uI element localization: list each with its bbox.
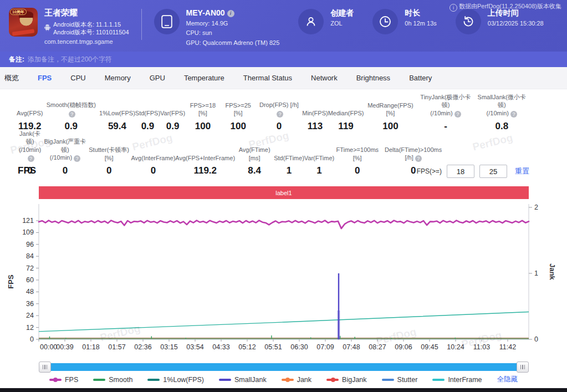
stat-medrange-fps-%-: MedRange(FPS)[%]100: [364, 101, 417, 132]
svg-text:09:06: 09:06: [395, 343, 412, 351]
svg-text:05:12: 05:12: [238, 343, 256, 351]
chart-legend: FPSSmooth1%Low(FPS)SmallJankJankBigJankS…: [0, 375, 567, 384]
device-memory: Memory: 14.9G: [186, 19, 280, 27]
tab-network[interactable]: Network: [302, 74, 347, 82]
note-input-placeholder[interactable]: 添加备注，不超过200个字符: [28, 55, 112, 64]
upload-time-value: 03/12/2025 15:30:28: [488, 19, 544, 27]
svg-text:04:33: 04:33: [212, 343, 229, 351]
stat-value: 0: [106, 165, 111, 176]
creator-value: ZOL: [330, 19, 354, 27]
upload-time-label: 上传时间: [488, 8, 544, 18]
stat-std-ftime-: Std(FTime)1: [274, 146, 304, 176]
reset-button[interactable]: 重置: [515, 166, 529, 176]
legend-label: InterFrame: [448, 376, 482, 384]
help-icon[interactable]: ?: [28, 155, 34, 162]
svg-text:11:03: 11:03: [473, 343, 490, 351]
scrollbar-track[interactable]: [51, 363, 517, 371]
stat-min-fps-: Min(FPS)113: [302, 102, 328, 132]
hide-all-link[interactable]: 全隐藏: [497, 375, 518, 384]
svg-text:1: 1: [534, 269, 538, 277]
fps-chart-canvas[interactable]: 1211099684726048362412021000:0000:3901:1…: [0, 200, 567, 360]
note-bar[interactable]: 备注: 添加备注，不超过200个字符: [0, 52, 567, 67]
stat-bigjank-: BigJank(严重卡顿)(/10min)?0: [43, 138, 87, 176]
upload-time-icon: [456, 9, 481, 34]
legend-item-jank[interactable]: Jank: [282, 376, 311, 384]
help-icon[interactable]: ?: [454, 111, 461, 118]
svg-text:01:57: 01:57: [108, 343, 125, 351]
svg-text:0: 0: [30, 335, 34, 343]
game-name: 王者荣耀: [44, 8, 129, 18]
fps-chart[interactable]: 1211099684726048362412021000:0000:3901:1…: [0, 200, 567, 360]
stat-fps-25-%-: FPS>=25 [%]100: [221, 101, 256, 132]
stat-smalljank-: SmallJank(微小卡顿)(/10min)?0.8: [474, 93, 529, 132]
help-icon[interactable]: ?: [74, 155, 80, 162]
svg-text:0: 0: [534, 335, 538, 343]
stat-median-fps-: Median(FPS)119: [328, 102, 364, 132]
help-icon[interactable]: ?: [510, 111, 517, 118]
help-icon[interactable]: ?: [69, 111, 75, 118]
tab-battery[interactable]: Battery: [400, 74, 441, 82]
metric-tabs: 概览FPSCPUMemoryGPUTemperatureThermal Stat…: [0, 67, 567, 89]
svg-text:36: 36: [26, 300, 34, 308]
legend-item-fps[interactable]: FPS: [49, 376, 78, 384]
legend-marker: [432, 379, 445, 381]
stat-value: 8.4: [248, 165, 261, 176]
tab-fps[interactable]: FPS: [28, 74, 61, 82]
svg-text:06:30: 06:30: [290, 343, 308, 351]
svg-text:11:42: 11:42: [499, 343, 516, 351]
fps-threshold-label: FPS(>=): [417, 167, 442, 175]
stat-value: 0: [63, 165, 68, 176]
legend-item-smooth[interactable]: Smooth: [93, 376, 132, 384]
duration-value: 0h 12m 13s: [405, 19, 436, 27]
device-info-icon[interactable]: i: [227, 10, 234, 17]
legend-marker: [326, 379, 339, 381]
stat-value: 0: [151, 165, 156, 176]
fps-stats-row-1: Avg(FPS)119.2Smooth(稳帧指数)?0.91%Low(FPS)5…: [17, 93, 529, 132]
device-name: MEY-AN00: [186, 8, 225, 17]
tab-brightness[interactable]: Brightness: [347, 74, 400, 82]
fps-threshold-input-2[interactable]: [479, 165, 507, 178]
legend-label: 1%Low(FPS): [163, 376, 204, 384]
stat-fps-18-%-: FPS>=18 [%]100: [185, 101, 221, 132]
stat-value: 0: [355, 165, 360, 176]
legend-label: Smooth: [109, 376, 132, 384]
stat-value: 0.8: [495, 121, 508, 132]
scrollbar-left-handle[interactable]: [39, 362, 51, 373]
help-icon[interactable]: ?: [277, 111, 283, 118]
legend-label: SmallJank: [234, 376, 267, 384]
svg-text:03:15: 03:15: [160, 343, 177, 351]
svg-text:Jank: Jank: [548, 263, 556, 280]
legend-item-interframe[interactable]: InterFrame: [432, 376, 482, 384]
chart-range-scrollbar[interactable]: [39, 362, 529, 373]
tab-temperature[interactable]: Temperature: [175, 74, 234, 82]
svg-text:00:39: 00:39: [56, 343, 73, 351]
stat-value: 1: [316, 165, 321, 176]
stat-1%low-fps-: 1%Low(FPS)59.4: [99, 102, 135, 132]
note-label: 备注:: [9, 55, 24, 64]
game-app-icon: 10周年: [9, 8, 38, 37]
help-icon[interactable]: ?: [415, 155, 422, 162]
legend-item-1%low-fps-[interactable]: 1%Low(FPS): [147, 376, 204, 384]
fps-threshold-input-1[interactable]: [447, 165, 474, 178]
stat-var-ftime-: Var(FTime)1: [304, 146, 334, 176]
tab-thermal-status[interactable]: Thermal Status: [234, 74, 302, 82]
stat-smooth-: Smooth(稳帧指数)?0.9: [43, 101, 99, 131]
tab-memory[interactable]: Memory: [95, 74, 140, 82]
tab-cpu[interactable]: CPU: [61, 74, 95, 82]
fps-stats-row-2: Jank(卡顿)(/10min)?0BigJank(严重卡顿)(/10min)?…: [17, 130, 446, 176]
svg-text:00:00: 00:00: [40, 343, 57, 351]
stat-stutter-%-: Stutter(卡顿率) [%]0: [87, 146, 131, 176]
report-header: i数据由PerfDog(11.2.250408)版本收集 10周年 王者荣耀 A…: [0, 0, 567, 52]
stat-value: 1: [287, 165, 292, 176]
tab-概览[interactable]: 概览: [0, 73, 28, 83]
scrollbar-right-handle[interactable]: [517, 362, 529, 373]
legend-item-stutter[interactable]: Stutter: [382, 376, 418, 384]
header-divider: [141, 9, 142, 40]
game-art-ribbon: [12, 29, 35, 35]
legend-item-smalljank[interactable]: SmallJank: [219, 376, 267, 384]
legend-item-bigjank[interactable]: BigJank: [326, 376, 366, 384]
tab-gpu[interactable]: GPU: [140, 74, 175, 82]
game-package-name: com.tencent.tmgp.sgame: [44, 38, 129, 46]
svg-text:08:27: 08:27: [369, 343, 386, 351]
android-version-name: Android版本名: 11.1.1.15: [53, 21, 129, 29]
